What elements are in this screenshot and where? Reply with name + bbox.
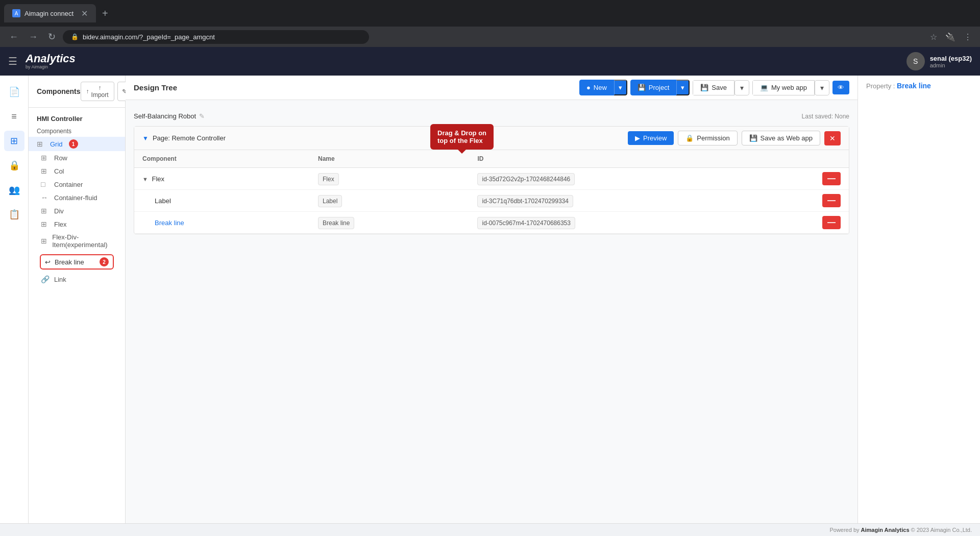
breakline-action-cell: — (814, 212, 849, 234)
link-icon: 🔗 (41, 275, 50, 283)
breakline-name-input[interactable]: Break line (318, 217, 354, 229)
preview-icon: ▶ (635, 134, 640, 142)
container-item[interactable]: □ Container (29, 178, 125, 191)
design-tree-title: Design Tree (134, 83, 177, 92)
browser-tab[interactable]: A Aimagin connect ✕ (4, 4, 96, 22)
breakline-delete-button[interactable]: — (822, 216, 841, 229)
flex-chevron[interactable]: ▼ (142, 176, 148, 182)
preview-button[interactable]: ▶ Preview (628, 131, 674, 145)
hamburger-menu[interactable]: ☰ (8, 55, 17, 67)
div-item[interactable]: ⊞ Div (29, 204, 125, 217)
breakline-item[interactable]: ↩ Break line 2 (40, 254, 114, 270)
link-item[interactable]: 🔗 Link (29, 273, 125, 286)
close-button[interactable]: ✕ (824, 131, 841, 145)
project-button[interactable]: 💾 Project (630, 80, 676, 95)
refresh-button[interactable]: ↻ (45, 29, 59, 44)
design-table: Component Name ID ▼ Flex (134, 150, 849, 234)
new-tab-button[interactable]: + (100, 6, 110, 21)
container-fluid-item[interactable]: ↔ Container-fluid (29, 191, 125, 204)
permission-button[interactable]: 🔒 Permission (678, 131, 737, 145)
col-label: Col (54, 167, 64, 175)
webapp-icon: 💻 (760, 84, 768, 91)
sidebar-icon-grid[interactable]: ⊞ (4, 131, 24, 151)
sidebar-icon-users[interactable]: 👥 (4, 180, 24, 200)
view-button[interactable]: 👁 (832, 81, 849, 94)
project-dropdown-button[interactable]: ▾ (676, 80, 690, 95)
page-chevron[interactable]: ▼ (142, 135, 149, 142)
import-button[interactable]: ↑ ↑ Import (81, 82, 114, 101)
forward-button[interactable]: → (26, 30, 41, 44)
div-label: Div (54, 207, 64, 215)
user-role: admin (930, 62, 972, 68)
my-webapp-button[interactable]: 💻 My web app (752, 80, 815, 95)
page-label: Page: Remote Controller (153, 134, 226, 142)
webapp-dropdown-button[interactable]: ▾ (815, 80, 829, 95)
flex-name-cell: Flex (310, 168, 469, 190)
close-icon: ✕ (829, 134, 836, 142)
label-delete-button[interactable]: — (822, 194, 841, 207)
sidebar-icons: 📄 ≡ ⊞ 🔒 👥 📋 (0, 76, 29, 523)
avatar: S (906, 52, 925, 70)
flex-item[interactable]: ⊞ Flex (29, 217, 125, 231)
save-icon: 💾 (700, 84, 708, 91)
tab-favicon: A (12, 9, 20, 17)
address-bar[interactable]: 🔒 bidev.aimagin.com/?_pageId=_page_amgcn… (63, 30, 369, 44)
save-button[interactable]: 💾 Save (693, 80, 734, 95)
app: ☰ Analytics by Aimagin S senal (esp32) a… (0, 47, 980, 536)
project-button-group: 💾 Project ▾ (630, 80, 690, 95)
table-row: ▼ Flex Flex id-35d72G2v2p-1702468244846 (134, 168, 849, 190)
property-value: Break line (897, 82, 931, 90)
my-webapp-button-group: 💻 My web app ▾ (752, 80, 829, 95)
new-dropdown-button[interactable]: ▾ (614, 80, 627, 95)
star-button[interactable]: ☆ (928, 30, 939, 44)
design-toolbar: Design Tree ● New ▾ 💾 (126, 76, 857, 100)
breadcrumb: Self-Balancing Robot ✎ (134, 112, 205, 120)
tab-close-button[interactable]: ✕ (81, 9, 88, 18)
flex-name-input[interactable]: Flex (318, 173, 339, 185)
app-sub: by Aimagin (26, 65, 76, 70)
robot-name: Self-Balancing Robot (134, 112, 196, 120)
col-item[interactable]: ⊞ Col (29, 164, 125, 178)
sidebar-icon-list[interactable]: ≡ (4, 106, 24, 127)
user-info: senal (esp32) admin (930, 55, 972, 68)
sidebar-icon-page[interactable]: 📄 (4, 82, 24, 102)
breakline-name-text: Break line (155, 219, 184, 227)
back-button[interactable]: ← (6, 30, 21, 44)
breakline-container: ↩ Break line 2 (34, 254, 120, 270)
sidebar-icon-lock[interactable]: 🔒 (4, 155, 24, 176)
container-icon: □ (41, 180, 50, 188)
flex-delete-button[interactable]: — (822, 172, 841, 185)
label-id-input[interactable]: id-3C71q76dbt-1702470299334 (477, 195, 573, 207)
grid-badge: 1 (69, 139, 78, 149)
new-plus-icon: ● (586, 84, 591, 91)
label-name-input[interactable]: Label (318, 195, 342, 207)
browser-actions: ☆ 🔌 ⋮ (928, 30, 974, 44)
row-item[interactable]: ⊞ Row (29, 151, 125, 164)
sidebar-icon-report[interactable]: 📋 (4, 204, 24, 225)
grid-item[interactable]: ⊞ Grid 1 (29, 137, 125, 151)
breakline-id-input[interactable]: id-0075c967m4-1702470686353 (477, 217, 575, 229)
robot-name-bar: Self-Balancing Robot ✎ Last saved: None (134, 108, 849, 126)
panel-title: Components (37, 87, 81, 95)
breakline-label: Break line (55, 258, 84, 266)
container-label: Container (54, 181, 83, 188)
flex-action-cell: — (814, 168, 849, 190)
col-icon: ⊞ (41, 167, 50, 175)
breakline-id-cell: id-0075c967m4-1702470686353 (469, 212, 814, 234)
components-panel: Components ↑ ↑ Import ✎ HMI Controller C… (29, 76, 126, 523)
panel-actions: ↑ ↑ Import ✎ (81, 82, 132, 101)
save-dropdown-button[interactable]: ▾ (734, 80, 749, 95)
label-action-cell: — (814, 190, 849, 212)
edit-robot-icon[interactable]: ✎ (199, 112, 205, 120)
container-fluid-icon: ↔ (41, 193, 50, 202)
card-actions: ▶ Preview 🔒 Permission 💾 Save as Web app (628, 131, 841, 145)
container-fluid-label: Container-fluid (54, 194, 97, 202)
flex-id-input[interactable]: id-35d72G2v2p-1702468244846 (477, 173, 575, 185)
save-webapp-button[interactable]: 💾 Save as Web app (742, 131, 820, 145)
col-name: Name (310, 150, 469, 168)
flex-div-item[interactable]: ⊞ Flex-Div-Item(experimental) (29, 231, 125, 251)
extensions-button[interactable]: 🔌 (943, 30, 958, 44)
more-button[interactable]: ⋮ (962, 30, 974, 44)
last-saved: Last saved: None (802, 113, 849, 120)
new-button[interactable]: ● New (579, 80, 614, 95)
